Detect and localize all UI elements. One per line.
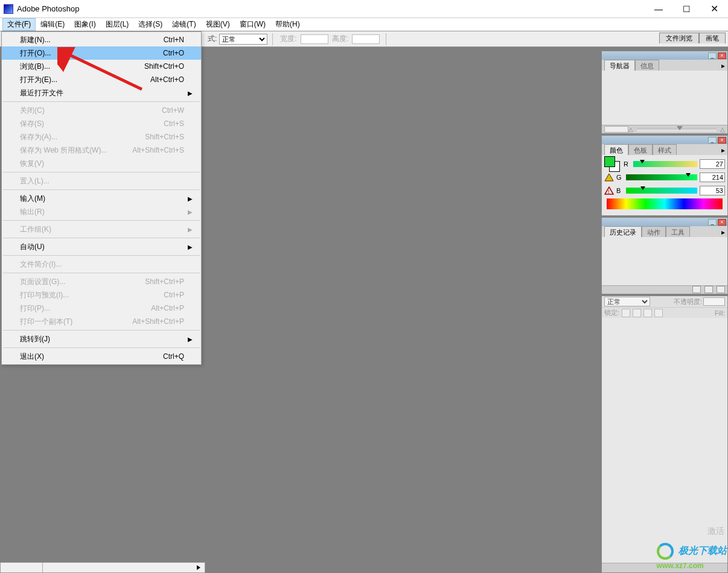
panel-header[interactable]: _ × (602, 136, 727, 144)
lock-label: 锁定: (604, 308, 619, 317)
color-swatch[interactable] (604, 156, 620, 172)
panel-navigator: _ × 导航器 信息 ▸ △ △ (601, 51, 728, 134)
menu-file-info: 文件简介(I)... (2, 258, 201, 271)
menu-print-preview: 打印与预览(I)...Ctrl+P (2, 288, 201, 302)
separator (3, 238, 200, 238)
panel-color: _ × 颜色 色板 样式 ▸ R G ! B (601, 135, 728, 216)
menu-open[interactable]: 打开(O)...Ctrl+O (2, 46, 201, 60)
panel-options-icon[interactable]: ▸ (721, 146, 725, 154)
minimize-button[interactable]: — (645, 0, 672, 18)
status-zoom[interactable] (1, 563, 43, 572)
menu-open-as[interactable]: 打开为(E)...Alt+Ctrl+O (2, 73, 201, 86)
menu-jump-to[interactable]: 跳转到(J)▶ (2, 332, 201, 346)
trash-icon[interactable] (717, 286, 725, 293)
new-doc-icon[interactable] (692, 286, 701, 293)
g-input[interactable] (700, 173, 725, 182)
menu-edit[interactable]: 编辑(E) (36, 18, 69, 31)
new-snapshot-icon[interactable] (704, 286, 713, 293)
zoom-slider[interactable] (637, 128, 717, 131)
panel-close-icon[interactable]: × (718, 52, 726, 59)
panel-options-icon[interactable]: ▸ (721, 228, 725, 236)
menu-layer[interactable]: 图层(L) (101, 18, 134, 31)
panel-minimize-icon[interactable]: _ (708, 137, 717, 144)
tab-history[interactable]: 历史记录 (604, 226, 642, 237)
history-body (602, 237, 727, 285)
menu-place: 置入(L)... (2, 174, 201, 188)
panel-header[interactable]: _ × (602, 218, 727, 226)
tab-file-browser[interactable]: 文件浏览 (659, 33, 699, 43)
menu-view[interactable]: 视图(V) (201, 18, 235, 31)
menu-filter[interactable]: 滤镜(T) (167, 18, 200, 31)
status-info[interactable] (43, 563, 205, 572)
status-bar (0, 562, 205, 573)
b-input[interactable] (700, 186, 725, 195)
height-field[interactable] (352, 34, 380, 44)
menu-window[interactable]: 窗口(W) (235, 18, 270, 31)
separator (3, 172, 200, 173)
r-input[interactable] (700, 159, 725, 169)
menu-automate[interactable]: 自动(U)▶ (2, 240, 201, 253)
menu-help[interactable]: 帮助(H) (270, 18, 305, 31)
status-menu-icon[interactable] (197, 565, 200, 570)
separator (3, 220, 200, 221)
color-spectrum[interactable] (607, 198, 723, 209)
zoom-field[interactable] (604, 126, 628, 133)
navigator-footer: △ △ (602, 125, 727, 133)
b-slider[interactable] (626, 188, 697, 194)
height-label: 高度: (332, 34, 348, 44)
lock-image-icon[interactable] (633, 309, 641, 317)
panel-close-icon[interactable]: × (718, 219, 726, 226)
separator (3, 330, 200, 331)
menu-revert: 恢复(V) (2, 157, 201, 170)
width-field[interactable] (301, 34, 328, 44)
maximize-button[interactable]: ☐ (672, 0, 700, 18)
web-warning-icon[interactable]: ! (604, 186, 614, 195)
tab-navigator[interactable]: 导航器 (604, 60, 635, 71)
gamut-warning-icon[interactable] (604, 173, 614, 182)
menu-recent[interactable]: 最近打开文件▶ (2, 86, 201, 100)
menu-browse[interactable]: 浏览(B)...Shift+Ctrl+O (2, 60, 201, 73)
tab-tools[interactable]: 工具 (666, 226, 690, 237)
tab-actions[interactable]: 动作 (642, 226, 666, 237)
app-icon (4, 4, 13, 14)
menu-image[interactable]: 图象(I) (69, 18, 100, 31)
menubar: 文件(F) 编辑(E) 图象(I) 图层(L) 选择(S) 滤镜(T) 视图(V… (0, 18, 728, 31)
tab-brushes[interactable]: 画笔 (699, 33, 726, 43)
tab-color[interactable]: 颜色 (604, 144, 628, 155)
panels-column: _ × 导航器 信息 ▸ △ △ _ × 颜色 色板 样式 ▸ (601, 51, 728, 573)
separator (3, 273, 200, 273)
r-slider[interactable] (633, 161, 697, 167)
menu-new[interactable]: 新建(N)...Ctrl+N (2, 33, 201, 46)
svg-text:!: ! (608, 189, 610, 195)
opacity-label: 不透明度: (674, 297, 702, 306)
panel-header[interactable]: _ × (602, 51, 727, 60)
panel-minimize-icon[interactable]: _ (708, 52, 717, 59)
g-slider[interactable] (626, 174, 697, 180)
lock-all-icon[interactable] (654, 309, 663, 317)
tab-info[interactable]: 信息 (635, 60, 659, 71)
g-label: G (616, 174, 624, 181)
menu-file[interactable]: 文件(F) (2, 18, 36, 31)
close-button[interactable]: ✕ (700, 0, 728, 18)
tab-swatches[interactable]: 色板 (628, 144, 653, 155)
panel-close-icon[interactable]: × (718, 137, 726, 144)
svg-marker-1 (605, 174, 613, 181)
panel-options-icon[interactable]: ▸ (721, 62, 725, 70)
lock-position-icon[interactable] (643, 309, 652, 317)
menu-save-as: 保存为(A)...Shift+Ctrl+S (2, 130, 201, 144)
menu-select[interactable]: 选择(S) (133, 18, 167, 31)
menu-close: 关闭(C)Ctrl+W (2, 104, 201, 117)
tab-styles[interactable]: 样式 (653, 144, 677, 155)
panel-minimize-icon[interactable]: _ (708, 219, 717, 226)
fill-label: Fill: (715, 309, 725, 317)
window-title: Adobe Photoshop (17, 4, 645, 13)
opacity-field[interactable] (703, 297, 725, 306)
menu-import[interactable]: 输入(M)▶ (2, 192, 201, 205)
lock-transparent-icon[interactable] (622, 309, 630, 317)
mode-select[interactable]: 正常 (219, 34, 267, 45)
zoom-out-icon[interactable]: △ (628, 126, 633, 133)
menu-exit[interactable]: 退出(X)Ctrl+Q (2, 350, 201, 363)
zoom-in-icon[interactable]: △ (720, 126, 725, 133)
blend-mode-select[interactable]: 正常 (604, 297, 650, 306)
mode-label: 式: (208, 34, 217, 44)
